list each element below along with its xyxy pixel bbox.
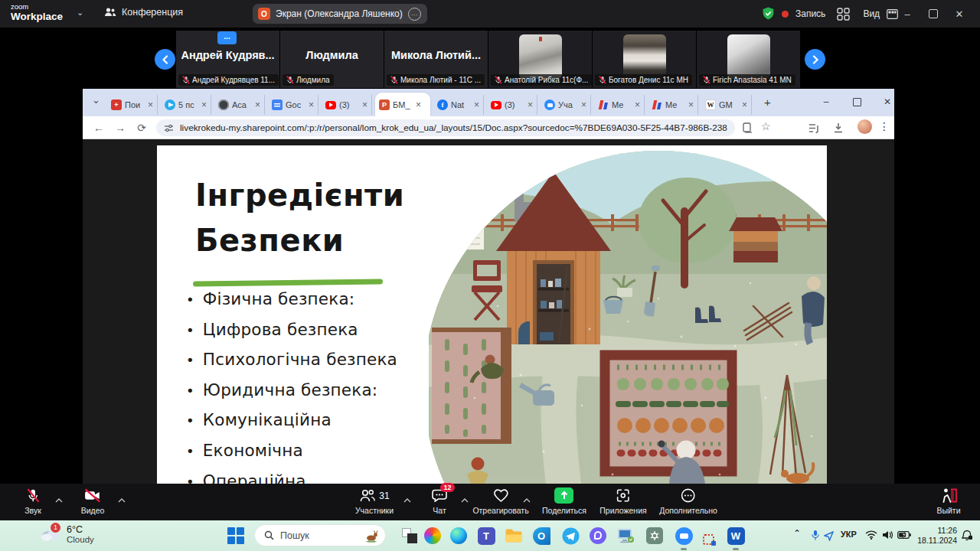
tab-close-button[interactable]: ×	[635, 100, 640, 109]
tab-close-button[interactable]: ×	[416, 100, 421, 109]
wifi-icon[interactable]	[865, 530, 877, 540]
apps-button[interactable]: Приложения	[599, 487, 646, 515]
browser-tab[interactable]: (3)×	[322, 95, 372, 115]
file-explorer-button[interactable]	[504, 526, 524, 546]
browser-tab[interactable]: Ме×	[648, 95, 698, 115]
security-shield-icon[interactable]	[762, 7, 775, 21]
chatgpt-button[interactable]	[645, 526, 665, 546]
share-screen-button[interactable]: Поделиться	[542, 487, 586, 515]
word-button[interactable]: W	[726, 526, 746, 546]
screen-recorder-icon[interactable]	[703, 534, 714, 545]
speaker-icon[interactable]	[882, 530, 893, 540]
strip-prev-button[interactable]	[155, 49, 175, 70]
tab-close-button[interactable]: ×	[581, 100, 586, 109]
participants-chevron[interactable]	[403, 492, 411, 506]
tab-options-icon[interactable]: …	[408, 8, 421, 21]
language-indicator[interactable]: УКР	[841, 530, 857, 539]
site-info-icon[interactable]	[164, 123, 174, 133]
notifications-bell-icon[interactable]	[962, 530, 972, 541]
browser-menu-button[interactable]: ⋮	[879, 120, 890, 132]
tab-close-button[interactable]: ×	[201, 100, 207, 109]
browser-restore-button[interactable]	[842, 89, 871, 115]
window-minimize-button[interactable]: –	[894, 0, 920, 28]
browser-tab-active[interactable]: PБМ_×	[375, 93, 430, 116]
browser-tab[interactable]: Уча×	[541, 95, 591, 115]
chevron-down-icon[interactable]: ⌄	[77, 8, 83, 18]
taskbar-clock[interactable]: 11:26 18.11.2024	[914, 526, 957, 546]
video-button[interactable]: Видео	[81, 487, 105, 515]
tray-location-icon[interactable]	[824, 531, 834, 541]
back-button[interactable]: ←	[90, 120, 107, 135]
new-tab-button[interactable]: +	[764, 96, 771, 109]
tab-close-button[interactable]: ×	[528, 100, 533, 109]
strip-next-button[interactable]	[805, 49, 825, 70]
browser-minimize-button[interactable]: –	[812, 89, 841, 115]
profile-avatar[interactable]	[858, 119, 872, 134]
chat-button[interactable]: 12 Чат	[431, 487, 448, 515]
tray-mic-icon[interactable]	[812, 530, 819, 541]
audio-options-chevron[interactable]	[55, 492, 63, 506]
participants-button[interactable]: 31 Участники	[355, 487, 394, 515]
bookmark-star-icon[interactable]: ☆	[761, 120, 771, 132]
teams-button[interactable]: T	[476, 526, 496, 546]
audio-button[interactable]: Звук	[24, 487, 41, 515]
participant-tile[interactable]: Анатолій Рибка 11с(Ф...	[488, 31, 592, 88]
viber-button[interactable]	[588, 526, 608, 546]
zoom-app-button[interactable]	[674, 526, 694, 546]
battery-icon[interactable]	[897, 531, 911, 539]
weather-widget[interactable]: 1 6°C Cloudy	[40, 524, 94, 545]
view-menu[interactable]: Вид	[863, 8, 880, 19]
recording-label[interactable]: Запись	[795, 8, 825, 19]
copilot-button[interactable]	[423, 526, 443, 546]
browser-tab[interactable]: 5 пс×	[161, 95, 211, 115]
reload-button[interactable]: ⟳	[133, 120, 150, 135]
tab-close-button[interactable]: ×	[362, 100, 368, 109]
participant-tile[interactable]: Людмила Людмила	[280, 31, 384, 88]
browser-tab[interactable]: Goc×	[268, 95, 318, 115]
react-button[interactable]: Отреагировать	[472, 487, 528, 515]
browser-tab[interactable]: fNat×	[433, 95, 484, 115]
browser-tab[interactable]: WGM×	[701, 95, 752, 115]
browser-tab[interactable]: +Пои×	[107, 95, 158, 115]
browser-tab[interactable]: Аса×	[214, 95, 265, 115]
browser-tab[interactable]: Ме×	[594, 95, 645, 115]
forward-button[interactable]: →	[112, 120, 129, 135]
more-button[interactable]: Дополнительно	[659, 487, 717, 515]
outlook-button[interactable]: O	[531, 526, 551, 546]
chat-chevron[interactable]	[461, 492, 469, 506]
address-bar[interactable]: livekrokedu-my.sharepoint.com/:p:/r/pers…	[156, 119, 735, 136]
tab-close-button[interactable]: ×	[309, 100, 314, 109]
downloads-icon[interactable]	[833, 122, 844, 133]
participant-more-button[interactable]: ...	[217, 31, 237, 44]
share-screen-tab[interactable]: O Экран (Олександра Ляшенко) …	[253, 4, 427, 24]
bullet-item: •Юридична безпека:	[186, 380, 397, 399]
window-close-button[interactable]: ✕	[946, 0, 972, 28]
tab-groups-icon[interactable]	[808, 123, 820, 133]
tab-close-button[interactable]: ×	[255, 100, 260, 109]
tab-search-chevron[interactable]: ⌄	[92, 94, 100, 106]
edge-button[interactable]	[449, 526, 469, 546]
browser-tab[interactable]: (3)×	[487, 95, 537, 115]
participant-tile[interactable]: Firich Anastasia 41 MN	[697, 31, 800, 88]
tab-close-button[interactable]: ×	[148, 100, 153, 109]
windows-taskbar: 1 6°C Cloudy Пошук T O	[0, 520, 980, 551]
video-options-chevron[interactable]	[118, 492, 126, 506]
window-maximize-button[interactable]	[920, 0, 946, 28]
meeting-tab[interactable]: Конференция	[104, 7, 183, 18]
tab-close-button[interactable]: ×	[474, 100, 479, 109]
participant-tile[interactable]: Микола Лютий... Микола Лютий - 11С ...	[384, 31, 488, 88]
copy-page-icon[interactable]	[743, 122, 753, 133]
this-pc-button[interactable]	[616, 526, 635, 546]
telegram-button[interactable]	[560, 526, 580, 546]
leave-button[interactable]: Выйти	[936, 487, 960, 515]
start-button[interactable]	[227, 527, 244, 544]
tray-expand-chevron[interactable]: ⌃	[793, 528, 801, 539]
task-view-button[interactable]	[400, 526, 420, 546]
search-input[interactable]: Пошук	[254, 524, 386, 546]
browser-close-button[interactable]: ✕	[873, 89, 894, 115]
participant-tile[interactable]: Богатов Денис 11с МН	[593, 31, 696, 88]
gallery-view-icon[interactable]	[837, 8, 850, 21]
tab-close-button[interactable]: ×	[742, 100, 747, 109]
tab-close-button[interactable]: ×	[688, 100, 694, 109]
react-chevron[interactable]	[523, 492, 531, 506]
